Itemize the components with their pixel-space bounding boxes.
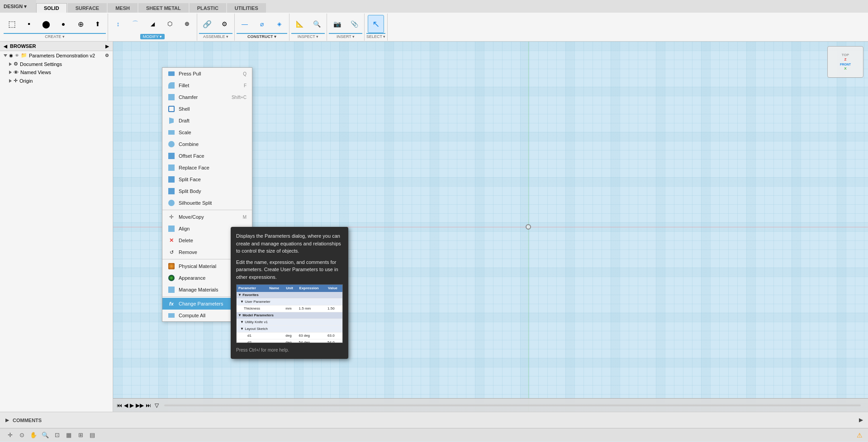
tab-sheet-metal[interactable]: SHEET METAL [138,3,189,13]
timeline-track[interactable] [164,404,861,406]
timeline-prev-btn[interactable]: ⏮ [117,402,122,409]
draft-icon [168,117,175,124]
inspect-btn2[interactable]: 🔍 [308,15,325,33]
timeline-play-btn[interactable]: ▶ [130,402,134,409]
move-copy-icon: ✛ [168,213,175,221]
menu-item-silhouette-split[interactable]: Silhouette Split [162,197,252,209]
status-display-icon[interactable]: ▦ [64,431,73,440]
fillet-icon [168,82,175,89]
timeline-next-btn[interactable]: ⏭ [146,402,151,409]
menu-item-chamfer[interactable]: Chamfer Shift+C [162,91,252,103]
status-pan-icon[interactable]: ✋ [29,431,38,440]
timeline-back-btn[interactable]: ◀ [124,402,128,409]
comments-collapse-icon[interactable]: ▶ [859,417,863,423]
modify-press-pull-btn[interactable]: ↕ [110,15,126,33]
tab-mesh[interactable]: MESH [108,3,138,13]
browser-item-origin[interactable]: ✛ Origin [0,76,113,85]
select-group: ↖ SELECT ▾ [365,14,388,41]
create-box-btn[interactable]: ▪ [21,15,37,33]
modify-label[interactable]: MODIFY ▾ [140,34,165,39]
separator-1 [162,210,252,210]
tab-plastic[interactable]: PLASTIC [190,3,226,13]
construct-label[interactable]: CONSTRUCT ▾ [237,33,287,39]
construct-btn1[interactable]: — [237,15,253,33]
status-orbit-icon[interactable]: ⊙ [17,431,26,440]
browser-doc-icon2: 📁 [21,52,27,58]
menu-item-split-face[interactable]: Split Face [162,174,252,185]
status-zoom-icon[interactable]: 🔍 [41,431,50,440]
construct-btn2[interactable]: ⌀ [254,15,270,33]
status-fit-icon[interactable]: ⊡ [52,431,62,440]
timeline-fwd-btn[interactable]: ▶▶ [136,402,144,409]
timeline-filter-btn[interactable]: ▽ [155,402,159,409]
menu-item-combine[interactable]: Combine [162,138,252,150]
create-extrude-btn[interactable]: ⬆ [90,15,106,33]
browser-doc-options[interactable]: ⚙ [105,53,109,58]
create-label[interactable]: CREATE ▾ [4,33,106,39]
insert-label[interactable]: INSERT ▾ [329,33,362,39]
construct-group: — ⌀ ◈ CONSTRUCT ▾ [235,14,289,41]
delete-icon: ✕ [168,237,175,244]
inspect-btn1[interactable]: 📐 [291,15,308,33]
browser-item-doc[interactable]: ◉ 👁 📁 Parameters Demonstration v2 ⚙ [0,51,113,60]
scale-icon [168,129,175,136]
comments-expand-icon[interactable]: ▶ [5,418,9,423]
menu-item-split-body[interactable]: Split Body [162,185,252,197]
chamfer-icon [168,94,175,101]
tab-utilities[interactable]: UTILITIES [227,3,266,13]
eye-icon[interactable]: 👁 [15,53,19,58]
modify-shell-btn[interactable]: ⬡ [161,15,178,33]
select-btn1[interactable]: ↖ [368,15,384,33]
modify-combine-btn[interactable]: ⊕ [179,15,195,33]
brand-button[interactable]: DESIGN ▾ [0,0,36,13]
origin-point [526,224,531,230]
modify-chamfer-btn[interactable]: ◢ [144,15,161,33]
menu-item-shell[interactable]: Shell [162,103,252,115]
assemble-btn1[interactable]: 🔗 [199,15,215,33]
warning-icon[interactable]: ⚠ [857,432,863,439]
tooltip-popup: Displays the Parameters dialog, where yo… [231,227,348,359]
insert-btn2[interactable]: 📎 [346,15,362,33]
menu-item-draft[interactable]: Draft [162,115,252,127]
expand-icon [9,71,12,74]
appearance-icon [168,274,175,282]
menu-item-offset-face[interactable]: Offset Face [162,150,252,162]
browser-item-doc-settings[interactable]: ⚙ Document Settings [0,60,113,68]
silhouette-split-icon [168,199,175,207]
assemble-label[interactable]: ASSEMBLE ▾ [199,33,232,39]
inspect-label[interactable]: INSPECT ▾ [291,33,325,39]
modify-fillet-btn[interactable]: ⌒ [127,15,143,33]
menu-item-scale[interactable]: Scale [162,127,252,138]
press-pull-icon [168,70,175,77]
tab-solid[interactable]: SOLID [36,3,67,13]
combine-icon [168,141,175,148]
remove-icon: ↺ [168,249,175,256]
status-move-icon[interactable]: ✛ [5,431,14,440]
assemble-group: 🔗 ⚙ ASSEMBLE ▾ [197,14,235,41]
menu-item-replace-face[interactable]: Replace Face [162,162,252,174]
browser-expand-btn[interactable]: ▶ [105,44,109,49]
status-view-icon[interactable]: ▤ [88,431,97,440]
insert-btn1[interactable]: 📷 [329,15,345,33]
replace-face-icon [168,164,175,171]
menu-item-fillet[interactable]: Fillet F [162,80,252,91]
change-parameters-icon: fx [168,300,175,307]
insert-group: 📷 📎 INSERT ▾ [327,14,365,41]
create-sphere-btn[interactable]: ● [55,15,71,33]
status-grid-icon[interactable]: ⊞ [76,431,85,440]
construct-btn3[interactable]: ◈ [271,15,287,33]
new-component-btn[interactable]: ⬚ [4,15,20,33]
browser-item-named-views[interactable]: 👁 Named Views [0,68,113,76]
menu-item-press-pull[interactable]: Press Pull Q [162,68,252,80]
create-cylinder-btn[interactable]: ⬤ [38,15,54,33]
tab-surface[interactable]: SURFACE [68,3,107,13]
timeline-bar: ⏮ ◀ ▶ ▶▶ ⏭ ▽ [113,398,868,412]
modify-group: ↕ ⌒ ◢ ⬡ ⊕ MODIFY ▾ [108,14,197,41]
physical-material-icon [168,263,175,270]
viewcube[interactable]: TOP Z FRONT X [827,46,863,78]
assemble-btn2[interactable]: ⚙ [216,15,232,33]
inspect-group: 📐 🔍 INSPECT ▾ [289,14,327,41]
select-label[interactable]: SELECT ▾ [366,33,385,39]
create-more-btn[interactable]: ⊕ [72,15,89,33]
menu-item-move-copy[interactable]: ✛ Move/Copy M [162,211,252,223]
